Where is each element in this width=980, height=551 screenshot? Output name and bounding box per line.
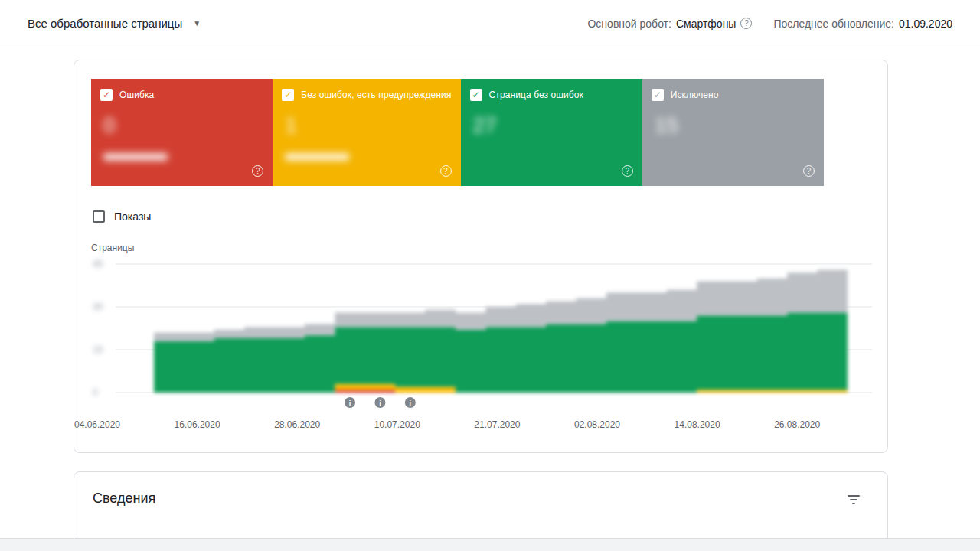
checkbox-unchecked-icon[interactable] (93, 210, 105, 223)
chart-x-axis-labels: 04.06.202016.06.202028.06.202010.07.2020… (91, 419, 872, 432)
x-axis-label: 16.06.2020 (175, 419, 220, 430)
help-icon[interactable]: ? (803, 165, 815, 177)
page-filter-label: Все обработанные страницы (28, 17, 182, 30)
coverage-report: ✓ Ошибка 0 ? ✓ Без ошибок, есть предупре… (0, 47, 980, 551)
page-bottom-edge (0, 538, 980, 551)
tile-label: Исключено (671, 90, 719, 100)
help-icon[interactable]: ? (740, 18, 752, 29)
last-update-value: 01.09.2020 (899, 18, 952, 30)
tile-label: Страница без ошибок (489, 90, 583, 100)
svg-text:45: 45 (93, 259, 103, 269)
coverage-chart[interactable]: 0153045iii (91, 256, 872, 413)
last-update-label: Последнее обновление: (773, 18, 893, 30)
help-icon[interactable]: ? (440, 165, 452, 177)
help-icon[interactable]: ? (252, 165, 263, 177)
impressions-label: Показы (114, 210, 151, 223)
svg-text:0: 0 (93, 387, 98, 398)
x-axis-label: 02.08.2020 (574, 419, 620, 430)
status-tile-error[interactable]: ✓ Ошибка 0 ? (91, 79, 273, 186)
x-axis-label: 21.07.2020 (474, 419, 520, 430)
redacted-text (103, 153, 168, 161)
svg-text:15: 15 (93, 344, 103, 355)
help-icon[interactable]: ? (622, 165, 633, 177)
status-tile-valid[interactable]: ✓ Страница без ошибок 27 ? (461, 79, 642, 186)
status-tile-excluded[interactable]: ✓ Исключено 15 ? (642, 79, 824, 186)
tile-count: 1 (285, 113, 451, 138)
x-axis-label: 28.06.2020 (274, 419, 320, 430)
tile-count: 15 (655, 113, 815, 138)
x-axis-label: 10.07.2020 (374, 419, 420, 430)
tile-label: Ошибка (119, 90, 154, 100)
chart-area: Страницы 0153045iii 04.06.202016.06.2020… (91, 243, 871, 432)
redacted-text (285, 153, 349, 161)
tile-checkbox-checked-icon[interactable]: ✓ (100, 89, 113, 101)
x-axis-label: 26.08.2020 (774, 419, 820, 430)
topbar-meta: Основной робот: Смартфоны ? Последнее об… (587, 18, 952, 30)
impressions-checkbox[interactable]: Показы (93, 210, 871, 223)
tile-label: Без ошибок, есть предупреждения (301, 90, 451, 100)
robot-label: Основной робот: (587, 18, 671, 30)
tile-checkbox-checked-icon[interactable]: ✓ (470, 89, 482, 101)
details-title: Сведения (93, 491, 155, 507)
status-tiles: ✓ Ошибка 0 ? ✓ Без ошибок, есть предупре… (91, 79, 824, 186)
status-tile-valid-with-warnings[interactable]: ✓ Без ошибок, есть предупреждения 1 ? (273, 79, 460, 186)
x-axis-label: 04.06.2020 (74, 419, 120, 430)
tile-checkbox-checked-icon[interactable]: ✓ (652, 89, 664, 101)
svg-text:i: i (379, 399, 381, 407)
tile-count: 27 (473, 113, 633, 138)
robot-value: Смартфоны (676, 18, 737, 30)
chevron-down-icon: ▼ (193, 19, 201, 28)
svg-text:i: i (410, 399, 412, 407)
filter-list-icon[interactable] (844, 491, 863, 509)
svg-text:30: 30 (93, 302, 103, 312)
x-axis-label: 14.08.2020 (675, 419, 720, 430)
top-bar: Все обработанные страницы ▼ Основной роб… (0, 0, 980, 47)
page-filter-dropdown[interactable]: Все обработанные страницы ▼ (28, 17, 201, 30)
chart-y-axis-title: Страницы (91, 243, 871, 253)
tile-count: 0 (103, 113, 263, 138)
svg-text:i: i (349, 399, 351, 407)
coverage-chart-card: ✓ Ошибка 0 ? ✓ Без ошибок, есть предупре… (74, 60, 888, 453)
tile-checkbox-checked-icon[interactable]: ✓ (282, 89, 294, 101)
